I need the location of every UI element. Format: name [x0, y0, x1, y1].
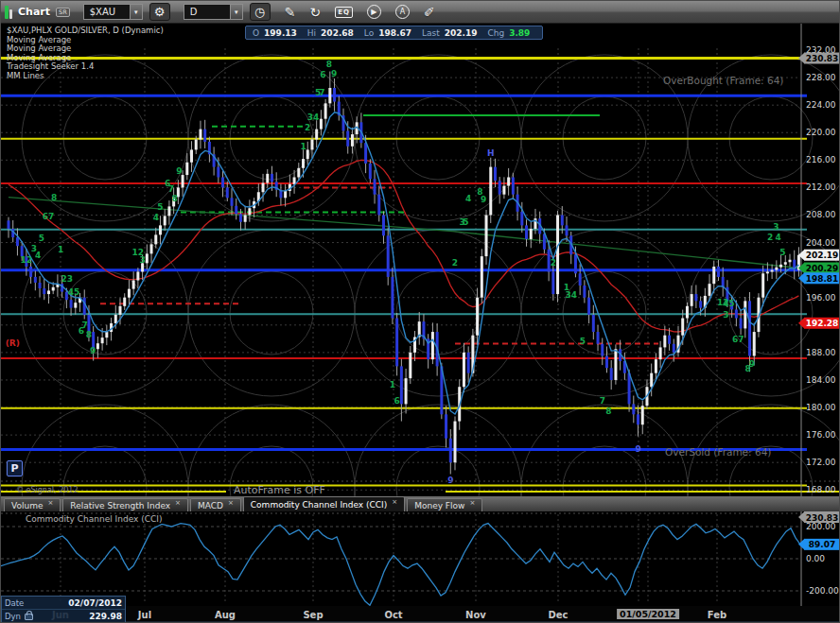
candle-down[interactable]	[445, 414, 447, 438]
candle-up[interactable]	[779, 265, 782, 268]
candle-up[interactable]	[159, 225, 162, 234]
candle-down[interactable]	[632, 404, 635, 414]
play-circle-icon[interactable]: ▶	[367, 5, 381, 19]
cci-chart[interactable]: 200.000.00-200.00230.8389.07	[1, 511, 840, 606]
candle-down[interactable]	[605, 356, 608, 369]
candle-up[interactable]	[128, 289, 131, 298]
refresh-icon[interactable]: ↻	[309, 5, 321, 20]
candle-down[interactable]	[39, 283, 42, 288]
candle-up[interactable]	[324, 103, 327, 118]
candle-up[interactable]	[530, 229, 533, 239]
candle-down[interactable]	[735, 309, 738, 318]
candle-down[interactable]	[628, 373, 631, 405]
candle-down[interactable]	[333, 88, 336, 102]
candle-down[interactable]	[226, 187, 229, 198]
candle-up[interactable]	[302, 159, 305, 168]
candle-down[interactable]	[271, 174, 273, 182]
candle-up[interactable]	[507, 177, 510, 185]
close-icon[interactable]: ×	[392, 498, 397, 506]
candle-down[interactable]	[374, 179, 376, 194]
lock-icon[interactable]	[25, 614, 33, 620]
candle-up[interactable]	[132, 281, 135, 289]
candle-up[interactable]	[614, 349, 617, 380]
candle-down[interactable]	[217, 167, 219, 178]
candle-down[interactable]	[579, 273, 582, 286]
candle-up[interactable]	[164, 216, 166, 225]
candle-up[interactable]	[195, 140, 198, 150]
candle-up[interactable]	[476, 298, 479, 336]
candle-down[interactable]	[494, 167, 497, 182]
candle-down[interactable]	[597, 332, 600, 344]
candle-down[interactable]	[43, 288, 45, 294]
close-icon[interactable]: ×	[469, 499, 475, 507]
candle-down[interactable]	[574, 254, 577, 273]
interval-combo[interactable]: D ▾	[184, 4, 243, 20]
candle-up[interactable]	[119, 306, 122, 315]
candle-up[interactable]	[663, 336, 666, 348]
candle-up[interactable]	[315, 130, 318, 140]
candle-down[interactable]	[566, 225, 569, 235]
price-chart[interactable]: 1234567812345678912345678912345768916923…	[1, 24, 840, 496]
candle-down[interactable]	[377, 195, 380, 216]
candle-up[interactable]	[463, 353, 465, 387]
candle-up[interactable]	[351, 134, 354, 147]
p-button[interactable]: P	[7, 460, 23, 476]
candle-up[interactable]	[262, 183, 265, 193]
candle-down[interactable]	[699, 301, 702, 307]
candle-up[interactable]	[190, 149, 193, 162]
tab-macd[interactable]: MACD ×	[190, 498, 241, 511]
candle-up[interactable]	[753, 332, 756, 355]
candle-up[interactable]	[320, 119, 323, 130]
candle-down[interactable]	[16, 237, 19, 246]
candle-up[interactable]	[114, 315, 117, 323]
candle-up[interactable]	[167, 206, 170, 216]
candle-up[interactable]	[136, 271, 139, 280]
candle-up[interactable]	[306, 149, 309, 159]
close-icon[interactable]: ×	[228, 499, 234, 507]
draw-pencil-icon[interactable]: ✎	[285, 5, 296, 20]
candle-up[interactable]	[150, 244, 153, 253]
candle-up[interactable]	[641, 406, 644, 424]
candle-up[interactable]	[328, 88, 331, 103]
candle-down[interactable]	[561, 215, 564, 225]
candle-down[interactable]	[610, 368, 613, 380]
candle-down[interactable]	[722, 277, 725, 287]
candle-up[interactable]	[199, 130, 201, 140]
chevron-down-icon[interactable]: ▾	[130, 5, 142, 19]
candle-down[interactable]	[748, 301, 751, 355]
candle-up[interactable]	[185, 163, 188, 175]
candle-up[interactable]	[709, 284, 711, 296]
candle-up[interactable]	[293, 177, 296, 183]
candle-down[interactable]	[717, 267, 720, 277]
candle-up[interactable]	[784, 262, 787, 265]
candle-up[interactable]	[105, 332, 108, 337]
candle-down[interactable]	[391, 277, 394, 319]
candle-up[interactable]	[47, 290, 50, 294]
candle-up[interactable]	[431, 332, 434, 359]
candle-up[interactable]	[101, 337, 104, 343]
tab-rsi[interactable]: Relative Strength Index ×	[62, 498, 188, 511]
candle-up[interactable]	[74, 303, 77, 307]
candle-up[interactable]	[454, 422, 457, 463]
candle-up[interactable]	[650, 373, 653, 388]
candle-up[interactable]	[659, 347, 662, 359]
close-icon[interactable]: ×	[175, 499, 181, 507]
candle-up[interactable]	[681, 319, 684, 336]
candle-down[interactable]	[525, 225, 528, 239]
candle-down[interactable]	[668, 336, 671, 344]
candle-up[interactable]	[489, 167, 492, 216]
candle-up[interactable]	[744, 301, 746, 328]
candle-down[interactable]	[203, 130, 206, 142]
candle-up[interactable]	[409, 353, 411, 378]
candle-up[interactable]	[556, 215, 559, 294]
chevron-down-icon[interactable]: ▾	[230, 5, 242, 19]
candle-down[interactable]	[449, 439, 452, 462]
candle-up[interactable]	[182, 175, 184, 187]
candle-down[interactable]	[740, 319, 743, 329]
candle-up[interactable]	[405, 378, 408, 404]
candle-up[interactable]	[123, 298, 126, 306]
candle-down[interactable]	[694, 294, 697, 301]
candle-down[interactable]	[382, 215, 385, 235]
candle-down[interactable]	[520, 212, 523, 226]
candle-down[interactable]	[70, 300, 73, 307]
